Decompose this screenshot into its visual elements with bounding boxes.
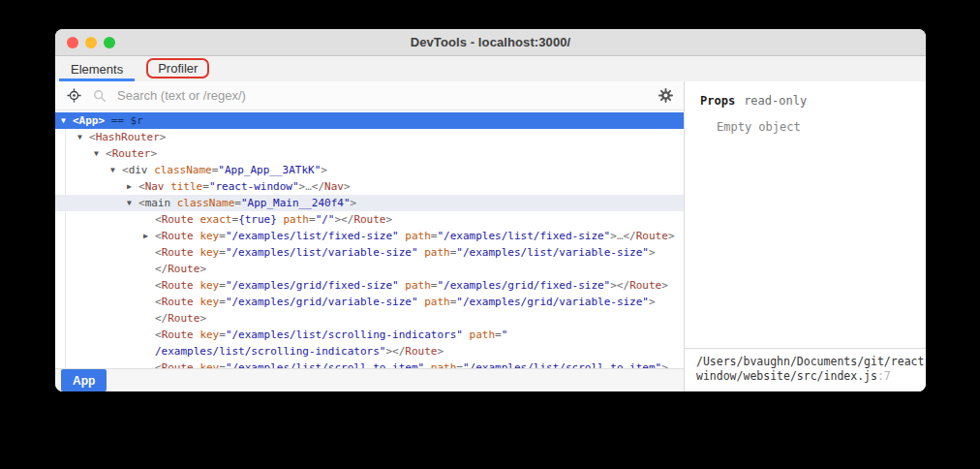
tree-row[interactable]: ▼<HashRouter> [55, 129, 684, 145]
inspect-element-button[interactable] [65, 87, 82, 105]
expand-arrow-down-icon[interactable]: ▼ [110, 162, 122, 178]
tree-row[interactable]: ▼<main className="App_Main__240f4"> [55, 195, 684, 211]
tree-row[interactable]: ▼<Router> [55, 145, 684, 162]
tab-elements[interactable]: Elements [59, 56, 135, 81]
tree-row[interactable]: <Route key="/examples/list/variable-size… [55, 244, 684, 261]
element-tree: ▼<App> == $r▼<HashRouter>▼<Router>▼<div … [55, 110, 684, 368]
search-input[interactable] [117, 88, 648, 103]
tree-row[interactable]: <Route key="/examples/list/scrolling-ind… [55, 327, 684, 343]
props-readonly-label: read-only [744, 94, 807, 108]
devtools-window: DevTools - localhost:3000/ Elements Prof… [55, 29, 926, 391]
tree-row[interactable]: </Route> [55, 261, 684, 277]
tab-profiler-label: Profiler [158, 61, 198, 76]
expand-arrow-down-icon[interactable]: ▼ [94, 145, 106, 162]
tree-row[interactable]: ▼<App> == $r [55, 112, 684, 129]
traffic-lights [67, 29, 115, 55]
source-path-line2: window/website/src/index.js:7 [696, 369, 920, 384]
owners-bar: App [55, 368, 684, 391]
expand-arrow-down-icon[interactable]: ▼ [127, 195, 138, 211]
tree-row[interactable]: ▶<Nav title="react-window">…</Nav> [55, 178, 684, 195]
tree-row[interactable]: </Route> [55, 310, 684, 327]
tree-row[interactable]: ▼<div className="App_App__3ATkK"> [55, 162, 684, 178]
window-title: DevTools - localhost:3000/ [411, 35, 571, 49]
owner-badge-app[interactable]: App [61, 369, 107, 391]
props-empty-text: Empty object [700, 120, 910, 134]
elements-pane: ▼<App> == $r▼<HashRouter>▼<Router>▼<div … [55, 81, 685, 391]
minimize-button[interactable] [85, 37, 97, 48]
expand-arrow-down-icon[interactable]: ▼ [77, 129, 89, 145]
tree-row[interactable]: /examples/list/scrolling-indicators"></R… [55, 343, 684, 360]
tab-bar: Elements Profiler [55, 56, 926, 81]
target-crosshair-icon [67, 88, 81, 103]
search-icon [91, 87, 108, 105]
tree-row[interactable]: ▶<Route key="/examples/list/fixed-size" … [55, 228, 684, 244]
tree-row[interactable]: <Route key="/examples/grid/variable-size… [55, 294, 684, 310]
props-title: Props [700, 94, 735, 108]
tab-elements-label: Elements [71, 62, 123, 77]
close-button[interactable] [67, 37, 78, 48]
expand-arrow-down-icon[interactable]: ▼ [61, 112, 73, 129]
tab-profiler[interactable]: Profiler [146, 58, 209, 78]
props-header: Propsread-only [700, 94, 910, 108]
tree-row[interactable]: <Route key="/examples/list/scroll-to-ite… [55, 360, 684, 368]
gear-icon [658, 88, 673, 103]
settings-button[interactable] [657, 87, 674, 105]
search-bar [55, 81, 684, 110]
props-pane: Propsread-only Empty object /Users/bvaug… [685, 81, 926, 391]
tree-row[interactable]: <Route exact={true} path="/"></Route> [55, 211, 684, 228]
title-bar: DevTools - localhost:3000/ [55, 29, 926, 56]
source-link[interactable]: /Users/bvaughn/Documents/git/react- wind… [685, 348, 926, 391]
expand-arrow-right-icon[interactable]: ▶ [127, 178, 138, 195]
source-line-number: :7 [877, 369, 891, 383]
source-path-line1: /Users/bvaughn/Documents/git/react- [696, 355, 920, 369]
zoom-button[interactable] [104, 37, 115, 48]
tree-row[interactable]: <Route key="/examples/grid/fixed-size" p… [55, 277, 684, 294]
expand-arrow-right-icon[interactable]: ▶ [143, 228, 155, 244]
